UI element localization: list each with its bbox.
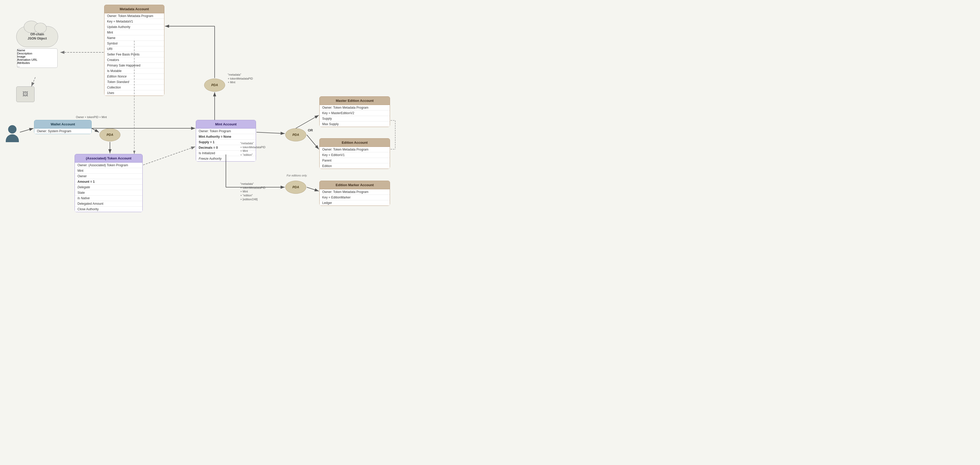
offchain-fields: Name Description Image Animation URL Att…: [17, 48, 57, 68]
pda-metadata-annotation: "metadata"+ tokenMetadataPID+ Mint: [228, 73, 253, 84]
edition-account-title: Edition Account: [319, 138, 390, 147]
meta-field-0: Owner: Token Metadata Program: [105, 13, 164, 19]
offchain-field-2: Image: [17, 55, 57, 58]
master-field-0: Owner: Token Metadata Program: [320, 105, 390, 110]
token-field-3: Amount = 1: [75, 179, 142, 185]
mint-field-1: Mint Authority = None: [196, 134, 256, 140]
marker-field-0: Owner: Token Metadata Program: [320, 189, 390, 195]
edition-marker-account-box: Edition Marker Account Owner: Token Meta…: [319, 181, 390, 206]
svg-line-17: [32, 77, 35, 86]
token-field-4: Delegate: [75, 185, 142, 190]
pda-edition-marker-annotation: "metadata"+ tokenMetadataPID+ Mint+ "edi…: [240, 182, 266, 201]
offchain-field-4: Attributes: [17, 61, 57, 64]
offchain-field-1: Description: [17, 52, 57, 55]
svg-line-5: [143, 147, 195, 165]
meta-field-13: Collection: [105, 85, 164, 90]
token-field-8: Close Authority: [75, 207, 142, 212]
master-field-3: Max Supply: [320, 121, 390, 127]
meta-field-1: Key = MetadataV1: [105, 19, 164, 24]
mint-account-title: Mint Account: [196, 120, 256, 129]
token-field-1: Mint: [75, 168, 142, 174]
pda-master-label: PDA: [293, 133, 299, 137]
marker-field-2: Ledger: [320, 200, 390, 205]
svg-line-9: [307, 135, 319, 149]
metadata-account-body: Owner: Token Metadata Program Key = Meta…: [104, 13, 164, 96]
svg-line-2: [20, 128, 33, 132]
pda-master-oval: PDA: [285, 128, 306, 142]
offchain-field-3: Animation URL: [17, 58, 57, 61]
master-edition-body: Owner: Token Metadata Program Key = Mast…: [319, 105, 390, 127]
pda-token-label: PDA: [107, 133, 113, 137]
person-head: [8, 125, 16, 134]
offchain-title: Off-chainJSON Object: [27, 32, 46, 41]
token-field-7: Delegated Amount: [75, 201, 142, 207]
edition-field-0: Owner: Token Metadata Program: [320, 147, 390, 152]
meta-field-9: Primary Sale Happened: [105, 63, 164, 68]
token-account-title: (Associated) Token Account: [75, 154, 143, 162]
master-field-2: Supply: [320, 116, 390, 121]
meta-field-5: Symbol: [105, 41, 164, 46]
edition-marker-title: Edition Marker Account: [319, 181, 390, 189]
svg-line-8: [296, 115, 319, 128]
meta-field-8: Creators: [105, 57, 164, 63]
pda-master-annotation: "metadata"+ tokenMetadataPID+ Mint+ "edi…: [240, 142, 266, 157]
pda-metadata-oval: PDA: [204, 78, 225, 92]
pda-token-annotation: Owner + tokenPID + Mint: [76, 115, 107, 119]
pda-edition-marker-label: PDA: [293, 185, 299, 189]
person-icon: [6, 125, 19, 142]
wallet-account-body: Owner: System Program: [34, 129, 92, 134]
metadata-account-box: Metadata Account Owner: Token Metadata P…: [104, 5, 164, 96]
edition-field-2: Parent: [320, 158, 390, 163]
token-account-body: Owner: (Associated) Token Program Mint O…: [75, 162, 143, 212]
master-edition-account-box: Master Edition Account Owner: Token Meta…: [319, 96, 390, 127]
pda-edition-marker-oval: PDA: [285, 181, 306, 194]
edition-marker-body: Owner: Token Metadata Program Key = Edit…: [319, 189, 390, 206]
meta-field-12: Token Standard: [105, 79, 164, 85]
image-icon: 🖼: [22, 91, 28, 98]
or-label: OR: [308, 128, 313, 132]
edition-account-box: Edition Account Owner: Token Metadata Pr…: [319, 138, 390, 169]
pda-token-oval: PDA: [99, 128, 120, 142]
meta-field-3: Mint: [105, 30, 164, 35]
meta-field-7: Seller Fee Basis Points: [105, 52, 164, 57]
token-field-0: Owner: (Associated) Token Program: [75, 162, 142, 168]
metadata-account-title: Metadata Account: [104, 5, 164, 13]
wallet-account-box: Wallet Account Owner: System Program: [34, 120, 92, 134]
edition-field-1: Key = EditionV1: [320, 152, 390, 158]
meta-field-2: Update Authority: [105, 24, 164, 30]
master-field-1: Key = MasterEditionV2: [320, 110, 390, 116]
for-editions-label: For editions only.: [286, 174, 307, 177]
svg-line-12: [307, 187, 319, 191]
mint-field-5: Freeze Authority: [196, 156, 256, 161]
image-placeholder: 🖼: [16, 86, 35, 102]
marker-field-1: Key = EditionMarker: [320, 195, 390, 200]
offchain-box: Off-chainJSON Object Name Description Im…: [16, 26, 58, 68]
offchain-field-0: Name: [17, 49, 57, 52]
offchain-cloud: Off-chainJSON Object: [16, 26, 58, 47]
master-edition-title: Master Edition Account: [319, 96, 390, 105]
wallet-field-0: Owner: System Program: [34, 129, 91, 134]
token-field-2: Owner: [75, 174, 142, 179]
edition-account-body: Owner: Token Metadata Program Key = Edit…: [319, 147, 390, 169]
offchain-field-5: ...: [17, 64, 57, 68]
meta-field-6: URI: [105, 46, 164, 52]
token-field-6: Is Native: [75, 196, 142, 201]
mint-field-0: Owner: Token Program: [196, 129, 256, 134]
token-field-5: State: [75, 190, 142, 196]
svg-line-3: [92, 128, 99, 132]
meta-field-10: Is Mutable: [105, 68, 164, 74]
meta-field-4: Name: [105, 35, 164, 41]
pda-metadata-label: PDA: [211, 83, 218, 87]
edition-field-3: Edition: [320, 163, 390, 169]
diagram-container: Wallet Account Owner: System Program Off…: [0, 0, 490, 232]
meta-field-14: Uses: [105, 90, 164, 96]
wallet-account-title: Wallet Account: [34, 120, 92, 129]
person-body: [6, 134, 19, 142]
token-account-box: (Associated) Token Account Owner: (Assoc…: [75, 154, 143, 212]
svg-line-7: [256, 132, 285, 134]
meta-field-11: Edition Nonce: [105, 74, 164, 79]
